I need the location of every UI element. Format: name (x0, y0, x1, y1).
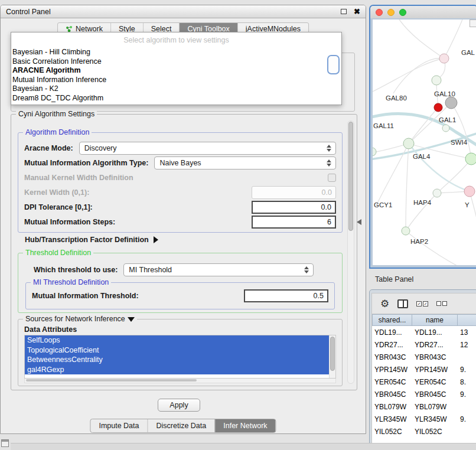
control-panel-title: Control Panel (6, 8, 341, 16)
minimize-traffic-light-icon[interactable] (387, 9, 395, 16)
mi-algorithm-type-select[interactable]: Naive Bayes (154, 156, 336, 169)
aracne-mode-select[interactable]: Discovery (79, 142, 336, 155)
hub-definition-label: Hub/Transcription Factor Definition (25, 236, 149, 244)
sources-group-title[interactable]: Sources for Network Inference (23, 315, 137, 323)
mi-steps-label: Mutual Information Steps: (24, 218, 115, 226)
select-all-icon[interactable]: ✓✓ (416, 301, 428, 306)
gear-icon[interactable]: ⚙ (380, 299, 389, 309)
node-label: GAL80 (386, 94, 407, 102)
column-header[interactable]: name (412, 314, 458, 326)
mi-threshold-definition-group: MI Threshold Definition Mutual Informati… (25, 282, 335, 309)
which-threshold-label: Which threshold to use: (34, 266, 118, 274)
table-panel-title: Table Panel (375, 275, 413, 283)
mi-algorithm-type-label: Mutual Information Algorithm Type: (24, 159, 148, 167)
attribute-item-selected[interactable]: TopologicalCoefficient (25, 345, 329, 356)
manual-kernel-width-label: Manual Kernel Width Definition (24, 174, 133, 182)
network-node[interactable] (373, 148, 376, 156)
algorithm-dropdown-popup: Select algorithm to view settings Bayesi… (11, 32, 342, 105)
deselect-all-icon[interactable] (436, 301, 447, 306)
close-traffic-light-icon[interactable] (376, 9, 383, 16)
table-row[interactable]: YBR043C YBR043C (372, 351, 476, 363)
dpi-tolerance-label: DPI Tolerance [0,1]: (24, 203, 93, 211)
column-header[interactable]: shared... (372, 314, 412, 326)
panel-collapse-arrow[interactable] (357, 219, 361, 225)
popup-item[interactable]: Mutual Information Inference (11, 76, 341, 85)
network-graph: GAL GAL80 GAL10 GAL11 GAL1 SWI4 GAL4 GCY… (373, 19, 476, 265)
network-canvas[interactable]: GAL GAL80 GAL10 GAL11 GAL1 SWI4 GAL4 GCY… (373, 19, 476, 265)
dpi-tolerance-field[interactable]: 0.0 (252, 201, 336, 214)
table-row[interactable]: YDR27... YDR27... 12 (372, 338, 476, 351)
network-node[interactable] (402, 227, 410, 235)
attribute-item-selected[interactable]: gal4RGexp (25, 365, 329, 375)
algorithm-definition-group: Algorithm Definition Aracne Mode: Discov… (18, 132, 343, 233)
apply-button[interactable]: Apply (158, 399, 200, 412)
settings-scrollbar-thumb[interactable] (348, 122, 353, 231)
tab-infer-network[interactable]: Infer Network (214, 419, 275, 432)
table-row[interactable]: YER054C YER054C 8. (372, 376, 476, 388)
network-node[interactable] (403, 138, 414, 149)
node-label: GAL4 (413, 153, 431, 160)
threshold-definition-title: Threshold Definition (23, 249, 93, 257)
table-row[interactable]: YBL079W YBL079W (372, 400, 476, 413)
threshold-definition-group: Threshold Definition Which threshold to … (18, 253, 343, 313)
columns-icon[interactable] (397, 299, 408, 308)
popup-item[interactable]: Dream8 DC_TDC Algorithm (11, 94, 341, 103)
table-row[interactable]: YDL19... YDL19... 13 (372, 326, 476, 338)
popup-item-aracne[interactable]: ARACNE Algorithm (11, 66, 341, 76)
network-node[interactable] (433, 189, 441, 197)
float-window-icon[interactable] (341, 9, 347, 14)
list-vertical-scrollbar[interactable] (329, 335, 335, 378)
network-node-labels: GAL GAL80 GAL10 GAL11 GAL1 SWI4 GAL4 GCY… (373, 49, 475, 245)
attribute-item-selected[interactable]: SelfLoops (25, 335, 329, 345)
table-row[interactable]: YLR345W YLR345W 9. (372, 413, 476, 425)
table-row[interactable]: YPR145W YPR145W 9. (372, 363, 476, 376)
column-header[interactable] (458, 314, 476, 326)
popup-item[interactable]: Basic Correlation Inference (11, 57, 341, 67)
settings-scrollbar[interactable] (347, 120, 354, 384)
network-node-gray[interactable] (445, 97, 457, 109)
network-node-red[interactable] (434, 103, 442, 112)
table-row[interactable]: YBR045C YBR045C 9. (372, 388, 476, 400)
hub-definition-expander[interactable]: Hub/Transcription Factor Definition (25, 234, 158, 246)
mi-threshold-field[interactable]: 0.5 (244, 289, 328, 302)
mi-steps-field[interactable]: 6 (252, 216, 336, 229)
network-node[interactable] (442, 125, 449, 132)
network-node[interactable] (432, 76, 441, 85)
focused-button-fragment (327, 55, 340, 74)
kernel-width-field[interactable]: 0.0 (252, 186, 336, 199)
table-header-row: shared... name (372, 314, 476, 326)
table-toolbar: ⚙ ✓✓ (371, 293, 476, 314)
control-panel-window: Control Panel ✖ Network Style Select Cyn… (0, 5, 366, 434)
network-node[interactable] (439, 54, 449, 63)
control-panel-titlebar: Control Panel ✖ (1, 5, 366, 18)
canvas-scrollbar-button[interactable] (470, 19, 476, 27)
attribute-item-selected[interactable]: BetweennessCentrality (25, 355, 329, 365)
settings-group-title: Cyni Algorithm Settings (16, 110, 97, 118)
table-row[interactable]: YIL052C YIL052C (372, 425, 476, 438)
node-label: SWI4 (451, 139, 468, 146)
mi-threshold-definition-title: MI Threshold Definition (31, 278, 111, 286)
network-node[interactable] (465, 153, 476, 165)
node-label: GAL11 (373, 122, 394, 129)
popup-item[interactable]: Bayesian - K2 (11, 84, 341, 94)
node-label: GCY1 (374, 201, 392, 208)
zoom-traffic-light-icon[interactable] (399, 9, 406, 16)
combo-arrows-icon (302, 264, 311, 276)
close-icon[interactable]: ✖ (354, 8, 360, 15)
mi-threshold-label: Mutual Information Threshold: (32, 292, 139, 300)
aracne-mode-label: Aracne Mode: (24, 144, 73, 152)
manual-kernel-width-checkbox[interactable] (328, 174, 336, 182)
which-threshold-select[interactable]: MI Threshold (123, 263, 314, 276)
network-window-titlebar (370, 6, 476, 18)
tab-discretize-data[interactable]: Discretize Data (148, 419, 215, 432)
network-node[interactable] (464, 186, 475, 197)
list-horizontal-scrollbar[interactable] (24, 379, 336, 383)
node-label: HAP2 (410, 238, 428, 245)
data-attributes-list[interactable]: SelfLoops TopologicalCoefficient Between… (24, 335, 336, 379)
cyni-algorithm-settings-group: Cyni Algorithm Settings Algorithm Defini… (11, 114, 357, 390)
node-label: Y (465, 201, 470, 208)
popup-item[interactable]: Bayesian - Hill Climbing (11, 48, 341, 57)
tab-impute-data[interactable]: Impute Data (90, 419, 147, 432)
node-label: GAL1 (439, 116, 456, 123)
restore-panel-icon[interactable] (1, 439, 9, 447)
